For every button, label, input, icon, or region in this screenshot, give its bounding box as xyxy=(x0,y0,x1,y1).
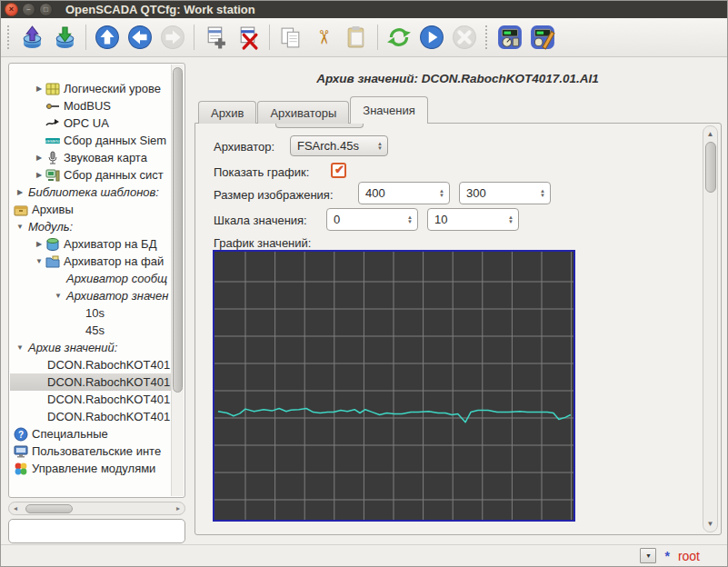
device-icon xyxy=(497,25,523,50)
collapse-icon[interactable]: ▼ xyxy=(33,257,45,265)
scale-max-spinbox[interactable]: 10 ▲▼ xyxy=(427,208,519,231)
scale-max-value: 10 xyxy=(434,213,447,226)
image-width-spinbox[interactable]: 400 ▲▼ xyxy=(358,182,450,204)
toolbar-drag-handle[interactable] xyxy=(485,25,489,49)
spinner-icons[interactable]: ▲▼ xyxy=(377,142,387,151)
spin-down-icon: ▼ xyxy=(540,194,545,198)
expand-icon[interactable]: ▶ xyxy=(33,171,45,179)
scroll-left-icon[interactable]: ◂ xyxy=(9,504,22,512)
folder-icon xyxy=(45,254,62,269)
minimize-button[interactable]: − xyxy=(22,3,35,16)
tree-item[interactable]: ?Специальные xyxy=(10,425,171,443)
paste-button[interactable] xyxy=(340,21,373,54)
add-item-button[interactable] xyxy=(199,21,232,54)
device-edit-icon xyxy=(530,25,555,50)
image-height-spinbox[interactable]: 300 ▲▼ xyxy=(459,182,551,204)
scroll-up-icon[interactable]: ▲ xyxy=(703,127,717,141)
expand-icon[interactable]: ▶ xyxy=(14,188,26,196)
tree-item-label: Архив значений: xyxy=(26,341,117,354)
tree-item[interactable]: Управление модулями xyxy=(10,460,171,477)
tree-item[interactable]: ▶Архиватор на БД xyxy=(10,235,171,253)
spinner-icons[interactable]: ▲▼ xyxy=(508,215,518,224)
status-dropdown-button[interactable]: ▼ xyxy=(640,548,656,563)
tree-item[interactable]: ▶Логический урове xyxy=(10,80,171,97)
tree-item-label: OPC UA xyxy=(62,116,109,130)
tree-item[interactable]: ▼Архив значений: xyxy=(10,339,171,356)
tree-item[interactable]: Пользовательские инте xyxy=(10,443,171,460)
tree-item-label: Звуковая карта xyxy=(62,151,147,164)
stop-button[interactable] xyxy=(448,21,481,54)
back-button[interactable] xyxy=(124,21,156,54)
collapse-icon[interactable]: ▼ xyxy=(14,343,26,352)
save-button[interactable] xyxy=(48,21,81,54)
tree-item-label: Сбор данных Siem xyxy=(62,134,166,147)
tab-inactive[interactable]: Архиваторы xyxy=(257,101,349,124)
tool-device-button[interactable] xyxy=(494,21,526,54)
tree-item[interactable]: DCON.RabochKOT401 xyxy=(10,373,171,391)
expand-icon[interactable]: ▶ xyxy=(33,85,45,93)
spinner-icons[interactable]: ▲▼ xyxy=(439,189,449,198)
remove-item-button[interactable] xyxy=(232,21,264,54)
load-icon xyxy=(20,25,45,50)
scroll-right-icon[interactable]: ▸ xyxy=(172,504,184,512)
load-button[interactable] xyxy=(15,21,48,54)
tree-item[interactable]: DCON.RabochKOT401 xyxy=(10,408,171,425)
copy-button[interactable] xyxy=(274,21,307,54)
tree-item[interactable]: SIEMENSСбор данных Siem xyxy=(10,132,171,149)
tree-item[interactable]: 10s xyxy=(10,304,171,322)
up-button[interactable] xyxy=(91,21,124,54)
maximize-button[interactable]: □ xyxy=(39,3,53,16)
scale-min-value: 0 xyxy=(334,213,340,226)
tree-item[interactable]: 45s xyxy=(10,322,171,339)
pane-vertical-scrollbar[interactable]: ▲ ▼ xyxy=(703,125,718,532)
add-item-icon xyxy=(204,25,228,50)
expand-icon[interactable]: ▶ xyxy=(33,240,45,248)
tab-bar: АрхивАрхиваторыЗначения xyxy=(198,96,429,124)
tree-item[interactable]: ModBUS xyxy=(10,97,171,114)
tree-item[interactable]: Архиватор сообщ xyxy=(10,270,171,287)
spinner-icons[interactable]: ▲▼ xyxy=(540,189,550,198)
tree-item[interactable]: DCON.RabochKOT401 xyxy=(10,391,171,408)
tree-item[interactable]: ▼Модуль: xyxy=(10,218,171,235)
tree-item[interactable]: OPC UA xyxy=(10,114,171,132)
spin-down-icon: ▼ xyxy=(407,220,413,224)
scrollbar-thumb[interactable] xyxy=(25,504,73,513)
tab-active[interactable]: Значения xyxy=(350,96,427,124)
tree-item[interactable]: ▶Библиотека шаблонов: xyxy=(10,184,171,201)
cut-button[interactable]: ✂ xyxy=(307,21,340,54)
svg-text:?: ? xyxy=(18,430,24,440)
tree-filter-input[interactable] xyxy=(8,519,185,543)
refresh-button[interactable] xyxy=(383,21,415,54)
question-icon: ? xyxy=(14,427,30,442)
spinner-icons[interactable]: ▲▼ xyxy=(407,215,417,224)
toolbar-drag-handle[interactable] xyxy=(7,25,11,49)
modified-indicator: * xyxy=(664,549,669,563)
archiver-select[interactable]: FSArch.45s ▲▼ xyxy=(290,135,388,156)
archive-icon xyxy=(14,203,30,217)
tool-device-edit-button[interactable] xyxy=(526,21,559,54)
tree-item[interactable]: DCON.RabochKOT401 xyxy=(10,356,171,373)
tree-item[interactable]: ▶Звуковая карта xyxy=(10,149,171,166)
tab-inactive[interactable]: Архив xyxy=(198,101,256,124)
forward-button[interactable] xyxy=(156,21,189,54)
scrollbar-thumb[interactable] xyxy=(705,142,716,193)
tree-vertical-scrollbar[interactable] xyxy=(171,65,184,496)
collapse-icon[interactable]: ▼ xyxy=(14,223,26,231)
tree-item[interactable]: Архивы xyxy=(10,201,171,218)
start-icon xyxy=(419,25,444,50)
cut-icon: ✂ xyxy=(315,26,332,48)
tree-item[interactable]: ▼Архиватор на фай xyxy=(10,253,171,270)
scrollbar-thumb[interactable] xyxy=(173,67,183,393)
tree-horizontal-scrollbar[interactable]: ◂ ▸ xyxy=(8,502,185,515)
logic-icon xyxy=(45,82,62,96)
tree-item[interactable]: ▶Сбор данных сист xyxy=(10,166,171,184)
close-button[interactable]: × xyxy=(5,3,18,16)
scroll-down-icon[interactable]: ▼ xyxy=(703,517,717,531)
show-graph-checkbox[interactable]: ✔ xyxy=(331,163,346,178)
collapse-icon[interactable]: ▼ xyxy=(52,292,65,300)
start-button[interactable] xyxy=(415,21,448,54)
scale-min-spinbox[interactable]: 0 ▲▼ xyxy=(326,208,418,231)
show-graph-label: Показать график: xyxy=(214,165,309,179)
tree-item[interactable]: ▼Архиватор значен xyxy=(10,287,171,304)
expand-icon[interactable]: ▶ xyxy=(33,154,45,162)
